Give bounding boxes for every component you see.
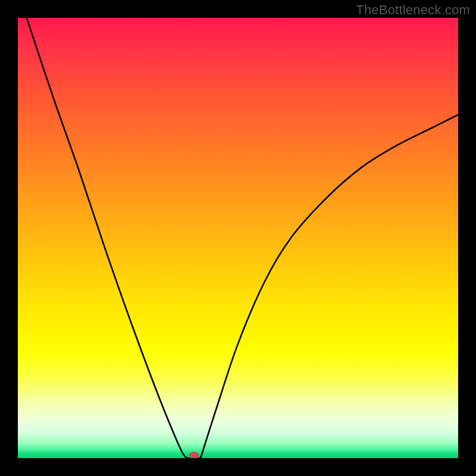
attribution-text: TheBottleneck.com — [356, 2, 470, 18]
bottleneck-curve — [18, 18, 458, 458]
curve-line — [27, 18, 458, 458]
minimum-marker — [189, 452, 199, 458]
chart-plot-area — [18, 18, 458, 458]
